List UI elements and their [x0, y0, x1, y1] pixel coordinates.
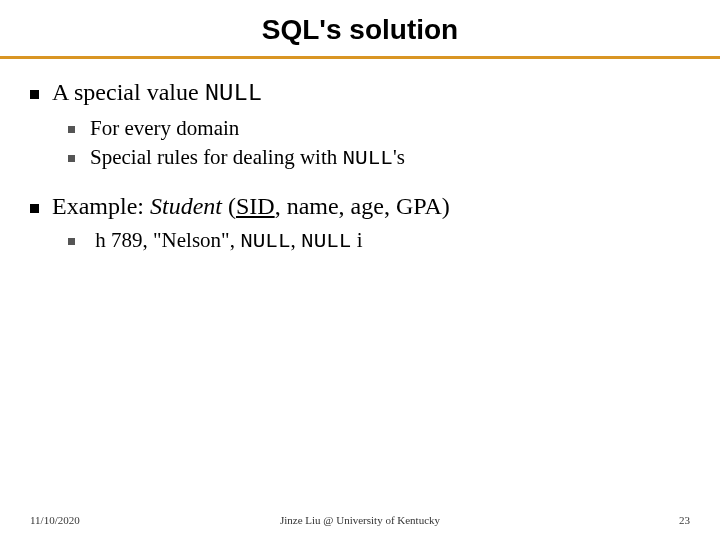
list-item: h 789, "Nelson", NULL, NULL i [68, 227, 690, 255]
code-text: NULL [240, 230, 290, 253]
bullet-icon [30, 191, 52, 221]
text: i [351, 228, 362, 252]
text-italic: Student [150, 193, 222, 219]
list-item: For every domain [68, 115, 690, 141]
text: h 789, "Nelson", [90, 228, 240, 252]
text-underline: SID [236, 193, 275, 219]
text: A special value [52, 79, 205, 105]
slide-title: SQL's solution [0, 0, 720, 56]
text: Example: [52, 193, 150, 219]
footer-author: Jinze Liu @ University of Kentucky [0, 514, 720, 526]
code-text: NULL [205, 80, 263, 107]
bullet-icon [68, 115, 90, 141]
text: , [291, 228, 302, 252]
text: ( [222, 193, 236, 219]
bullet-icon [68, 227, 90, 253]
slide-body: A special value NULL For every domain Sp… [0, 59, 720, 255]
code-text: NULL [343, 147, 393, 170]
bullet-icon [30, 77, 52, 107]
footer-date: 11/10/2020 [30, 514, 80, 526]
slide-number: 23 [679, 514, 690, 526]
text: , name, age, GPA) [275, 193, 450, 219]
list-item: Example: Student (SID, name, age, GPA) [30, 191, 690, 221]
bullet-icon [68, 144, 90, 170]
text: Special rules for dealing with [90, 145, 343, 169]
list-item: A special value NULL [30, 77, 690, 109]
text: For every domain [90, 116, 239, 140]
list-item: Special rules for dealing with NULL's [68, 144, 690, 172]
code-text: NULL [301, 230, 351, 253]
text: 's [393, 145, 405, 169]
footer: 11/10/2020 Jinze Liu @ University of Ken… [0, 514, 720, 526]
